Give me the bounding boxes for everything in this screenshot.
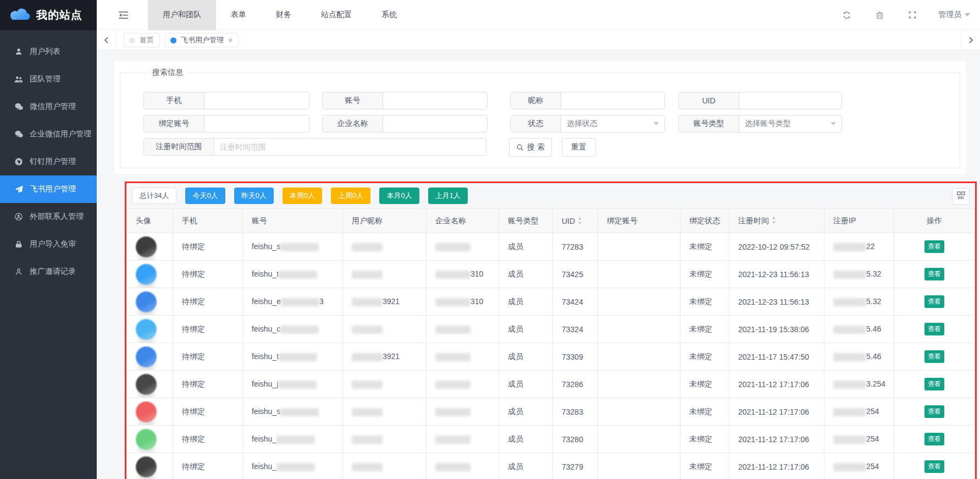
redacted-blur [352, 353, 383, 361]
sidebar-item-6[interactable]: 飞书用户管理 [0, 175, 97, 203]
register-time-value: 2021-11-12 17:17:06 [738, 463, 809, 471]
sidebar-item-2[interactable]: 团队管理 [0, 65, 97, 93]
register-ip-suffix: 5.32 [866, 297, 881, 306]
register-ip-suffix: 5.46 [866, 324, 881, 333]
table-row: 待绑定feishu_t310成员73425未绑定2021-12-23 11:56… [127, 261, 975, 288]
tags-scroll-left-icon[interactable] [97, 30, 115, 50]
topnav-item-4[interactable]: 站点配置 [306, 0, 367, 30]
trash-button[interactable] [876, 11, 883, 19]
bind-status-cell: 未绑定 [680, 398, 729, 426]
bind-status-value: 未绑定 [689, 297, 712, 306]
view-button[interactable]: 查看 [924, 295, 944, 308]
company-input[interactable] [383, 115, 487, 132]
register-ip-suffix: 254 [866, 434, 879, 443]
stat-button-7[interactable]: 上月1人 [428, 188, 468, 204]
account-prefix: feishu_s [252, 242, 280, 251]
account-cell: feishu_s [243, 233, 343, 261]
company-label: 企业名称 [323, 115, 383, 132]
register-ip-cell: 5.32 [824, 261, 894, 288]
stat-button-2[interactable]: 今天0人 [185, 188, 225, 204]
sidebar-item-1[interactable]: 用户列表 [0, 38, 97, 65]
close-icon[interactable]: × [228, 36, 232, 44]
view-button[interactable]: 查看 [924, 350, 944, 363]
sidebar-item-4[interactable]: 企业微信用户管理 [0, 120, 97, 148]
stat-button-1[interactable]: 总计34人 [132, 188, 176, 204]
header-actions: 管理员 [817, 10, 980, 20]
phone-input[interactable] [204, 92, 309, 109]
column-settings-button[interactable] [952, 188, 970, 205]
table-row: 待绑定feishu_s成员77283未绑定2022-10-12 09:57:52… [127, 233, 975, 261]
view-button[interactable]: 查看 [924, 378, 944, 390]
menu-fold-icon[interactable] [119, 12, 128, 19]
register-ip-cell: 254 [824, 426, 894, 453]
uid-value: 73286 [562, 380, 583, 389]
view-button[interactable]: 查看 [924, 323, 944, 335]
view-button[interactable]: 查看 [924, 433, 944, 445]
sidebar-item-7[interactable]: 外部联系人管理 [0, 203, 97, 230]
uid-input[interactable] [739, 92, 841, 109]
reset-button[interactable]: 重置 [562, 138, 596, 157]
bind-status-value: 未绑定 [689, 269, 712, 278]
redacted-blur [352, 326, 383, 334]
avatar [136, 236, 157, 257]
column-header-label: 绑定状态 [689, 216, 720, 225]
stat-button-6[interactable]: 本月0人 [379, 188, 419, 204]
account-input[interactable] [383, 92, 487, 109]
fullscreen-button[interactable] [909, 11, 916, 19]
topnav-item-2[interactable]: 表单 [216, 0, 261, 30]
account-cell: feishu_t [243, 261, 343, 288]
account-type-select[interactable]: 选择账号类型 [739, 115, 841, 132]
nickname-cell [343, 453, 427, 479]
reset-button-label: 重置 [571, 142, 586, 152]
nickname-label: 昵称 [511, 92, 561, 109]
avatar-image [136, 429, 157, 450]
view-button[interactable]: 查看 [924, 460, 944, 473]
bound-account-input[interactable] [204, 115, 309, 132]
account-prefix: feishu_ [252, 462, 276, 471]
column-header-label: 注册时间 [738, 216, 769, 225]
action-cell: 查看 [894, 371, 975, 398]
sidebar-item-9[interactable]: 推广邀请记录 [0, 258, 97, 285]
search-button[interactable]: 搜 索 [509, 138, 552, 157]
uid-value: 73309 [562, 353, 583, 361]
topnav-item-3[interactable]: 财务 [261, 0, 306, 30]
stat-button-3[interactable]: 昨天0人 [234, 188, 274, 204]
column-header-10[interactable]: 注册时间 [729, 209, 824, 233]
status-select[interactable]: 选择状态 [561, 115, 665, 132]
sort-icon [578, 217, 582, 224]
tag-1[interactable]: 首页 [123, 33, 160, 47]
sidebar-item-5[interactable]: 钉钉用户管理 [0, 148, 97, 175]
stat-button-5[interactable]: 上周0人 [331, 188, 370, 204]
topnav-item-5[interactable]: 系统 [367, 0, 412, 30]
topnav-item-1[interactable]: 用户和团队 [148, 0, 216, 30]
account-label: 账号 [323, 92, 383, 109]
sidebar-item-8[interactable]: 用户导入免审 [0, 230, 97, 258]
view-button[interactable]: 查看 [924, 240, 944, 253]
nickname-input[interactable] [561, 92, 665, 109]
tags-scroll-right-icon[interactable] [961, 30, 980, 50]
uid-value: 73424 [562, 298, 583, 306]
avatar [136, 264, 157, 285]
refresh-button[interactable] [843, 11, 851, 19]
redacted-blur [435, 243, 470, 251]
register-date-range-input[interactable] [214, 139, 486, 155]
register-date-range-label: 注册时间范围 [144, 139, 214, 155]
view-button[interactable]: 查看 [924, 268, 944, 280]
status-select-group: 状态 选择状态 [510, 115, 665, 133]
tag-2[interactable]: 飞书用户管理× [164, 33, 239, 47]
sidebar-item-3[interactable]: 微信用户管理 [0, 93, 97, 120]
redacted-blur [352, 243, 383, 251]
avatar-cell [127, 453, 173, 479]
account-type-value: 成员 [508, 407, 523, 416]
admin-dropdown[interactable]: 管理员 [938, 10, 970, 20]
avatar-cell [127, 426, 173, 453]
account-type-cell: 成员 [499, 398, 553, 426]
column-header-7[interactable]: UID [553, 209, 598, 233]
stat-button-4[interactable]: 本周0人 [283, 188, 322, 204]
action-cell: 查看 [894, 453, 975, 479]
avatar [136, 374, 157, 395]
view-button[interactable]: 查看 [924, 405, 944, 418]
bound-account-cell [598, 426, 680, 453]
register-date-range-group: 注册时间范围 [143, 138, 486, 156]
bind-status-value: 未绑定 [689, 324, 712, 333]
